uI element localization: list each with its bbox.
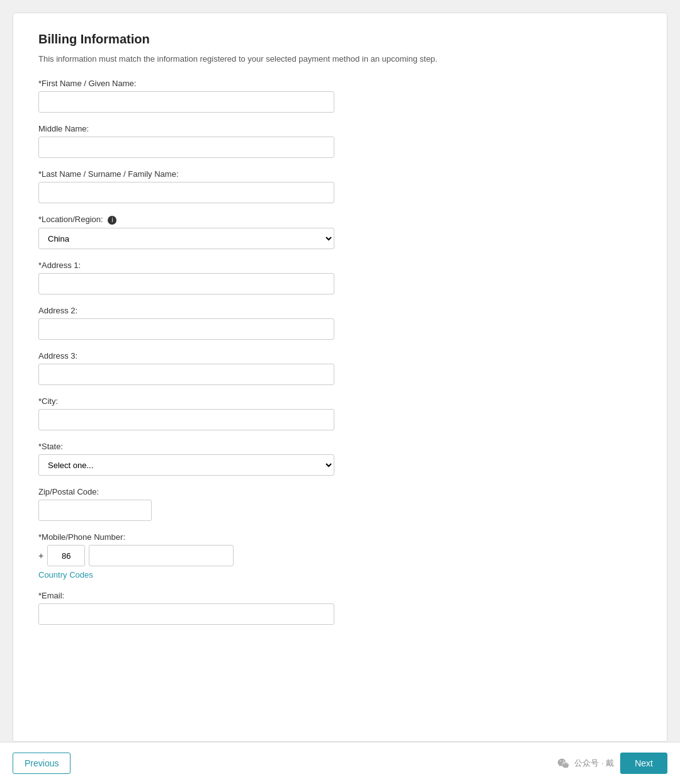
city-input[interactable] <box>38 409 334 430</box>
address3-input[interactable] <box>38 364 334 385</box>
location-select[interactable]: China United States United Kingdom Japan… <box>38 228 334 249</box>
footer-right: 公众号 · 戴 Next <box>557 753 667 774</box>
zip-input[interactable] <box>38 500 152 521</box>
last-name-label: *Last Name / Surname / Family Name: <box>38 169 642 179</box>
watermark: 公众号 · 戴 <box>557 756 614 770</box>
watermark-text: 公众号 · 戴 <box>574 758 614 769</box>
city-group: *City: <box>38 396 642 430</box>
first-name-label: *First Name / Given Name: <box>38 79 642 88</box>
first-name-input[interactable] <box>38 91 334 113</box>
state-select[interactable]: Select one... Beijing Shanghai Guangdong <box>38 454 334 476</box>
address2-input[interactable] <box>38 318 334 340</box>
email-label: *Email: <box>38 591 642 600</box>
address2-label: Address 2: <box>38 306 642 315</box>
footer-bar: Previous 公众号 · 戴 Next <box>0 742 680 784</box>
phone-row: + <box>38 545 642 566</box>
zip-group: Zip/Postal Code: <box>38 487 642 521</box>
middle-name-label: Middle Name: <box>38 124 642 133</box>
phone-country-code-input[interactable] <box>47 545 85 566</box>
location-info-icon[interactable]: i <box>108 216 116 225</box>
previous-button[interactable]: Previous <box>13 753 71 774</box>
last-name-group: *Last Name / Surname / Family Name: <box>38 169 642 203</box>
middle-name-input[interactable] <box>38 137 334 158</box>
phone-number-input[interactable] <box>89 545 234 566</box>
city-label: *City: <box>38 396 642 406</box>
phone-plus-sign: + <box>38 551 43 561</box>
address1-label: *Address 1: <box>38 260 642 270</box>
email-input[interactable] <box>38 603 334 625</box>
location-label: *Location/Region: i <box>38 215 642 225</box>
form-title: Billing Information <box>38 32 642 47</box>
email-group: *Email: <box>38 591 642 625</box>
state-group: *State: Select one... Beijing Shanghai G… <box>38 442 642 476</box>
address3-label: Address 3: <box>38 351 642 361</box>
address2-group: Address 2: <box>38 306 642 340</box>
address3-group: Address 3: <box>38 351 642 385</box>
form-description: This information must match the informat… <box>38 54 642 64</box>
address1-group: *Address 1: <box>38 260 642 294</box>
first-name-group: *First Name / Given Name: <box>38 79 642 113</box>
phone-group: *Mobile/Phone Number: + Country Codes <box>38 532 642 580</box>
next-button[interactable]: Next <box>620 753 667 774</box>
middle-name-group: Middle Name: <box>38 124 642 158</box>
wechat-icon <box>557 756 570 770</box>
location-group: *Location/Region: i China United States … <box>38 215 642 249</box>
state-label: *State: <box>38 442 642 451</box>
country-codes-link[interactable]: Country Codes <box>38 570 642 580</box>
last-name-input[interactable] <box>38 182 334 203</box>
billing-form-card: Billing Information This information mus… <box>13 13 667 742</box>
address1-input[interactable] <box>38 273 334 294</box>
zip-label: Zip/Postal Code: <box>38 487 642 496</box>
phone-label: *Mobile/Phone Number: <box>38 532 642 542</box>
